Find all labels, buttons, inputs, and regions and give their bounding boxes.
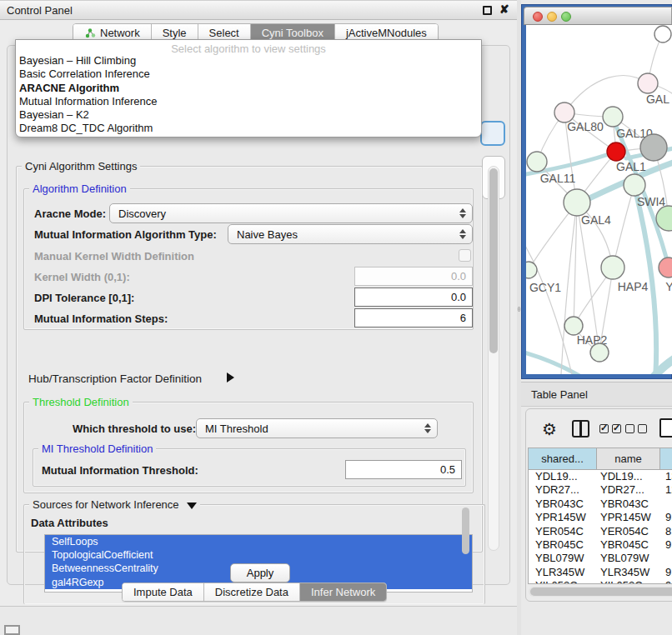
algorithm-option[interactable]: Bayesian – Hill Climbing xyxy=(16,54,481,68)
network-view-window: GALGAL80GAL10GAL1GAL11SWI4GAL4GCY1HAP4YH… xyxy=(521,4,672,379)
file-icon[interactable] xyxy=(659,418,672,438)
column-header-name[interactable]: name xyxy=(597,448,660,469)
table-rows: YDL19...YDL19...13YDR27...YDR27...12YBR0… xyxy=(529,470,672,584)
network-node-gal11[interactable] xyxy=(527,152,547,172)
which-threshold-select[interactable]: MI Threshold xyxy=(196,418,438,438)
table-row[interactable]: YDL19...YDL19...13 xyxy=(529,470,672,483)
network-node-gal[interactable] xyxy=(638,73,658,93)
table-cell: YDR27... xyxy=(529,483,597,497)
inference-algorithm-combo-fragment[interactable] xyxy=(480,121,505,146)
table-cell: YPR145W xyxy=(529,511,597,524)
mi-steps-field[interactable]: 6 xyxy=(354,308,473,328)
table-row[interactable]: YBR045CYBR045C9. xyxy=(529,538,672,552)
apply-button[interactable]: Apply xyxy=(230,563,290,582)
table-row[interactable]: YER054CYER054C8. xyxy=(529,525,672,538)
tab-impute-data[interactable]: Impute Data xyxy=(123,583,204,601)
table-cell xyxy=(660,552,672,565)
table-horizontal-scrollbar[interactable] xyxy=(529,587,672,597)
algorithm-option[interactable]: Basic Correlation Inference xyxy=(16,68,481,81)
mi-steps-value: 6 xyxy=(460,312,466,324)
scrollbar-thumb[interactable] xyxy=(489,168,498,353)
table-panel-title: Table Panel xyxy=(531,388,588,401)
columns-icon[interactable] xyxy=(572,420,589,438)
disclosure-down-icon[interactable] xyxy=(187,502,197,509)
algorithm-option[interactable]: Mutual Information Inference xyxy=(16,95,481,108)
table-cell: 9. xyxy=(660,511,672,524)
scrollbar-thumb[interactable] xyxy=(530,588,672,596)
close-traffic-icon[interactable] xyxy=(533,12,543,22)
network-node-y[interactable] xyxy=(659,258,672,278)
hub-transcription-section-label[interactable]: Hub/Transcription Factor Definition xyxy=(28,372,202,385)
kernel-width-value: 0.0 xyxy=(451,270,466,282)
control-panel-titlebar: Control Panel ✘ xyxy=(0,0,517,20)
network-node[interactable] xyxy=(640,134,667,161)
node-label: GAL11 xyxy=(540,172,576,185)
algorithm-option[interactable]: ARACNE Algorithm xyxy=(16,82,481,95)
table-cell: 8. xyxy=(660,525,672,538)
mi-algorithm-type-select[interactable]: Naive Bayes xyxy=(228,224,473,244)
network-node-gcy1[interactable] xyxy=(526,262,537,278)
table-row[interactable]: YDR27...YDR27...12 xyxy=(529,483,672,497)
float-window-icon[interactable] xyxy=(483,6,492,15)
network-window-titlebar[interactable] xyxy=(524,7,672,25)
disclosure-right-icon[interactable] xyxy=(227,372,234,382)
select-all-checks-icon[interactable] xyxy=(599,424,621,433)
table-cell: YBR045C xyxy=(529,538,597,552)
network-node[interactable] xyxy=(654,26,671,42)
mi-threshold-label: Mutual Information Threshold: xyxy=(42,464,198,477)
tab-label: Cyni Toolbox xyxy=(262,27,323,39)
close-icon[interactable]: ✘ xyxy=(499,2,509,16)
attributes-scrollbar[interactable] xyxy=(462,508,469,554)
cyni-algorithm-settings-group: Cyni Algorithm Settings Algorithm Defini… xyxy=(16,166,483,552)
table-row[interactable]: YIL052CYIL052C9. xyxy=(529,579,672,584)
algorithm-option[interactable]: Dream8 DC_TDC Algorithm xyxy=(16,122,481,135)
algorithm-definition-title: Algorithm Definition xyxy=(29,182,130,195)
table-cell: 9. xyxy=(660,538,672,552)
data-attribute-item[interactable]: SelfLoops xyxy=(45,535,472,548)
settings-scrollbar[interactable] xyxy=(488,166,499,551)
kernel-width-field[interactable]: 0.0 xyxy=(354,267,473,286)
deselect-all-checks-icon[interactable] xyxy=(625,424,647,433)
manual-kernel-width-label: Manual Kernel Width Definition xyxy=(34,250,194,262)
splitter-handle[interactable] xyxy=(518,307,520,312)
network-node-gal10[interactable] xyxy=(603,107,623,127)
table-row[interactable]: YLR345WYLR345W9. xyxy=(529,566,672,579)
node-attribute-table[interactable]: shared... name YDL19...YDL19...13YDR27..… xyxy=(528,448,672,584)
network-node[interactable] xyxy=(590,343,609,362)
node-label: GAL4 xyxy=(581,213,611,227)
aracne-mode-select[interactable]: Discovery xyxy=(109,203,473,223)
table-cell: YBL079W xyxy=(597,552,660,565)
algorithm-option[interactable]: Bayesian – K2 xyxy=(16,108,481,122)
table-toolbar: ⚙ xyxy=(526,416,672,444)
column-header-shared-name[interactable]: shared... xyxy=(529,448,597,469)
minimized-panel-icon[interactable] xyxy=(4,625,20,635)
minimize-traffic-icon[interactable] xyxy=(547,12,557,22)
data-attribute-item[interactable]: TopologicalCoefficient xyxy=(45,548,472,562)
dpi-tolerance-field[interactable]: 0.0 xyxy=(354,288,473,307)
tab-infer-network[interactable]: Infer Network xyxy=(300,583,386,601)
network-node-gal4[interactable] xyxy=(564,189,590,216)
manual-kernel-width-checkbox[interactable] xyxy=(459,249,471,262)
zoom-traffic-icon[interactable] xyxy=(561,12,571,22)
network-node-hap2[interactable] xyxy=(564,317,583,335)
algorithm-dropdown-placeholder: Select algorithm to view settings xyxy=(16,40,481,54)
table-row[interactable]: YPR145WYPR145W9. xyxy=(529,511,672,524)
network-canvas[interactable]: GALGAL80GAL10GAL1GAL11SWI4GAL4GCY1HAP4YH… xyxy=(526,25,672,374)
table-cell: YDL19... xyxy=(529,470,597,483)
network-node-gal1[interactable] xyxy=(607,142,625,161)
control-panel-bottom-tabbar: Impute DataDiscretize DataInfer Network xyxy=(122,582,387,602)
table-row[interactable]: YBR043CYBR043C xyxy=(529,498,672,511)
column-header-next[interactable] xyxy=(660,448,672,469)
gear-icon[interactable]: ⚙ xyxy=(542,419,557,439)
table-cell: YLR345W xyxy=(597,566,660,579)
mi-threshold-definition-title: MI Threshold Definition xyxy=(38,442,156,455)
table-cell: 12 xyxy=(660,483,672,497)
dpi-tolerance-value: 0.0 xyxy=(451,291,466,303)
table-cell: 9. xyxy=(660,579,672,584)
network-node-hap4[interactable] xyxy=(601,256,624,279)
tab-discretize-data[interactable]: Discretize Data xyxy=(204,583,300,601)
table-cell: YBR043C xyxy=(529,498,597,511)
table-row[interactable]: YBL079WYBL079W xyxy=(529,552,672,565)
mi-threshold-field[interactable]: 0.5 xyxy=(345,460,462,479)
network-node-swi4[interactable] xyxy=(624,174,645,196)
